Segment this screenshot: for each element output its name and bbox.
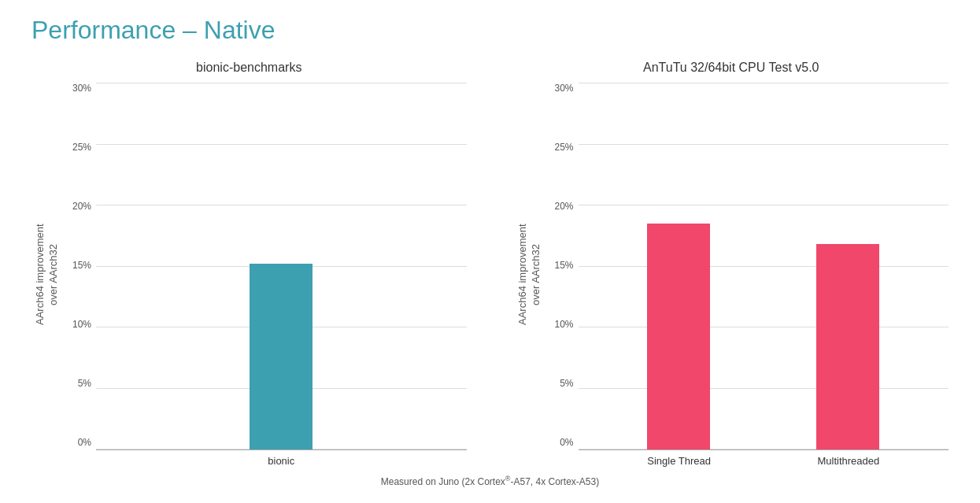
y-tick: 20%	[545, 201, 579, 212]
chart1-bars-row	[96, 83, 467, 449]
chart2-wrapper: AnTuTu 32/64bit CPU Test v5.0 AArch64 im…	[514, 61, 949, 467]
y-tick: 15%	[545, 260, 579, 271]
chart2-bars-and-grid	[579, 83, 949, 449]
y-tick: 25%	[545, 142, 579, 153]
y-tick: 0%	[545, 437, 579, 448]
charts-container: bionic-benchmarks AArch64 improvementove…	[31, 61, 949, 467]
footnote-row: Measured on Juno (2x Cortex®-A57, 4x Cor…	[31, 467, 949, 487]
chart1-area: AArch64 improvementover AArch32 0% 5% 10…	[31, 83, 467, 467]
chart1-x-label-bionic: bionic	[268, 455, 294, 467]
chart1-x-labels: bionic	[96, 450, 467, 467]
y-tick: 5%	[545, 378, 579, 389]
chart1-bars-and-grid	[96, 83, 467, 449]
y-tick: 20%	[63, 201, 96, 212]
chart2-bar-singlethread	[647, 224, 710, 449]
chart2-plot: 0% 5% 10% 15% 20% 25% 30%	[545, 83, 949, 467]
chart2-bars-row	[579, 83, 949, 449]
page: Performance – Native bionic-benchmarks A…	[0, 0, 980, 503]
y-tick: 25%	[63, 142, 96, 153]
chart1-plot: 0% 5% 10% 15% 20% 25% 30%	[63, 83, 467, 467]
chart2-x-label-multithreaded: Multithreaded	[817, 455, 879, 467]
chart2-grid-bars: 0% 5% 10% 15% 20% 25% 30%	[545, 83, 949, 449]
chart2-y-ticks: 0% 5% 10% 15% 20% 25% 30%	[545, 83, 579, 449]
y-tick: 30%	[63, 83, 96, 94]
chart1-title: bionic-benchmarks	[196, 61, 301, 75]
y-tick: 30%	[545, 83, 579, 94]
y-tick: 5%	[63, 378, 96, 389]
chart1-grid-bars: 0% 5% 10% 15% 20% 25% 30%	[63, 83, 467, 449]
y-tick: 0%	[63, 437, 96, 448]
chart2-x-label-singlethread: Single Thread	[647, 455, 711, 467]
y-tick: 15%	[63, 260, 96, 271]
chart2-x-labels: Single Thread Multithreaded	[579, 450, 949, 467]
chart1-bar-bionic	[250, 264, 312, 449]
chart2-title: AnTuTu 32/64bit CPU Test v5.0	[643, 61, 819, 75]
footnote: Measured on Juno (2x Cortex®-A57, 4x Cor…	[381, 475, 599, 487]
chart1-y-ticks: 0% 5% 10% 15% 20% 25% 30%	[63, 83, 96, 449]
y-tick: 10%	[545, 319, 579, 330]
chart2-bar-multithreaded	[816, 244, 879, 449]
chart1-wrapper: bionic-benchmarks AArch64 improvementove…	[31, 61, 467, 467]
chart2-area: AArch64 improvementover AArch32 0% 5% 10…	[514, 83, 949, 467]
y-tick: 10%	[63, 319, 96, 330]
chart2-y-label: AArch64 improvementover AArch32	[514, 83, 545, 467]
page-title: Performance – Native	[31, 16, 949, 45]
chart1-y-label: AArch64 improvementover AArch32	[31, 83, 63, 467]
